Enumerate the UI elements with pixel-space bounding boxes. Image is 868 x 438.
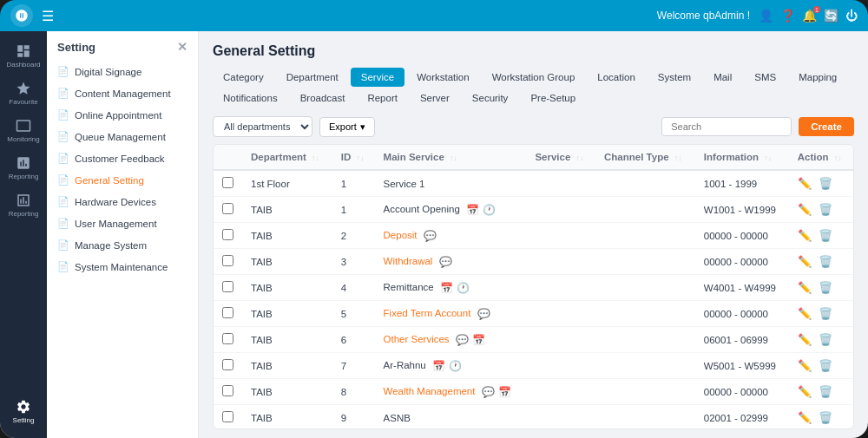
delete-icon[interactable]: 🗑️ [819, 255, 832, 268]
sidenav-dashboard[interactable]: Dashboard [4, 38, 43, 74]
tab-mapping[interactable]: Mapping [788, 68, 847, 87]
delete-icon[interactable]: 🗑️ [819, 333, 832, 346]
welcome-text: Welcome qbAdmin ! [657, 10, 750, 22]
sidenav-setting[interactable]: Setting [4, 394, 43, 429]
tab-sms[interactable]: SMS [744, 68, 786, 87]
tab-server[interactable]: Server [410, 88, 460, 108]
tab-notifications[interactable]: Notifications [213, 88, 288, 108]
power-icon[interactable]: ⏻ [845, 9, 858, 23]
sidenav-monitoring[interactable]: Monitoring [4, 113, 43, 148]
export-button[interactable]: Export ▾ [319, 117, 375, 137]
col-service[interactable]: Service ↑↓ [526, 145, 595, 170]
help-icon[interactable]: ❓ [780, 9, 795, 23]
sidebar-item-customer-feedback[interactable]: 📄 Customer Feedback [47, 147, 198, 169]
sidenav-favourite[interactable]: Favourite [4, 75, 43, 111]
sidebar-item-user-management[interactable]: 📄 User Management [47, 212, 198, 234]
edit-icon[interactable]: ✏️ [798, 281, 812, 294]
row-information: 02001 - 02999 [695, 405, 789, 430]
row-checkbox[interactable] [222, 177, 233, 188]
tab-system[interactable]: System [648, 68, 701, 87]
menu-icon[interactable]: ☰ [42, 8, 54, 24]
delete-icon[interactable]: 🗑️ [819, 203, 832, 216]
sidebar: Setting ✕ 📄 Digital Signage📄 Content Man… [47, 31, 199, 438]
row-checkbox[interactable] [222, 359, 233, 370]
row-checkbox[interactable] [222, 229, 233, 240]
create-button[interactable]: Create [799, 117, 854, 136]
row-dept: TAIB [242, 275, 332, 301]
col-information[interactable]: Information ↑↓ [695, 145, 789, 170]
delete-icon[interactable]: 🗑️ [819, 385, 832, 398]
row-service [526, 197, 595, 223]
edit-icon[interactable]: ✏️ [798, 255, 812, 268]
row-checkbox[interactable] [222, 255, 233, 266]
user-icon[interactable]: 👤 [759, 9, 773, 23]
tab-department[interactable]: Department [276, 68, 349, 87]
row-id: 7 [332, 353, 375, 379]
topbar-icons: 👤 ❓ 🔔1 🔄 ⏻ [759, 9, 858, 23]
delete-icon[interactable]: 🗑️ [819, 177, 832, 190]
sidebar-item-queue-management[interactable]: 📄 Queue Management [47, 126, 198, 147]
sidenav-reporting-old[interactable]: Reporting [4, 187, 43, 223]
row-service [526, 353, 595, 379]
col-channel-type[interactable]: Channel Type ↑↓ [595, 145, 695, 170]
tab-broadcast[interactable]: Broadcast [290, 88, 356, 108]
sidebar-item-label: Manage System [75, 240, 147, 251]
edit-icon[interactable]: ✏️ [798, 203, 812, 216]
edit-icon[interactable]: ✏️ [798, 385, 812, 398]
delete-icon[interactable]: 🗑️ [819, 229, 832, 242]
sidebar-item-hardware-devices[interactable]: 📄 Hardware Devices [47, 191, 198, 212]
sidebar-item-online-appointment[interactable]: 📄 Online Appointment [47, 104, 198, 126]
sidebar-item-digital-signage[interactable]: 📄 Digital Signage [47, 61, 198, 82]
tab-pre-setup[interactable]: Pre-Setup [520, 88, 586, 108]
edit-icon[interactable]: ✏️ [798, 307, 812, 320]
delete-icon[interactable]: 🗑️ [819, 281, 832, 294]
search-input[interactable] [661, 117, 792, 136]
row-main-service: ASNB [375, 405, 527, 430]
refresh-icon[interactable]: 🔄 [824, 9, 838, 23]
sidebar-item-content-management[interactable]: 📄 Content Management [47, 82, 198, 104]
sidenav-bottom: Setting [4, 394, 43, 438]
row-checkbox-cell [214, 379, 242, 405]
row-channel-type [595, 405, 695, 430]
row-checkbox-cell [214, 301, 242, 327]
edit-icon[interactable]: ✏️ [798, 333, 812, 346]
col-id[interactable]: ID ↑↓ [332, 145, 375, 170]
tab-service[interactable]: Service [351, 68, 404, 87]
row-checkbox[interactable] [222, 333, 233, 344]
tab-report[interactable]: Report [357, 88, 408, 108]
row-checkbox[interactable] [222, 385, 233, 396]
sidebar-item-manage-system[interactable]: 📄 Manage System [47, 234, 198, 256]
row-checkbox[interactable] [222, 307, 233, 318]
tab-mail[interactable]: Mail [703, 68, 742, 87]
row-dept: TAIB [242, 405, 332, 430]
edit-icon[interactable]: ✏️ [798, 359, 812, 372]
row-dept: TAIB [242, 327, 332, 353]
sidebar-close-icon[interactable]: ✕ [177, 40, 187, 54]
row-service [526, 301, 595, 327]
tab-category[interactable]: Category [213, 68, 274, 87]
row-dept: TAIB [242, 379, 332, 405]
row-service [526, 327, 595, 353]
delete-icon[interactable]: 🗑️ [819, 359, 832, 372]
tab-location[interactable]: Location [587, 68, 645, 87]
sidebar-item-general-setting[interactable]: 📄 General Setting [47, 169, 198, 191]
edit-icon[interactable]: ✏️ [798, 411, 812, 424]
row-checkbox[interactable] [222, 411, 233, 422]
edit-icon[interactable]: ✏️ [798, 177, 812, 190]
edit-icon[interactable]: ✏️ [798, 229, 812, 242]
sidenav-reporting[interactable]: Reporting [4, 150, 43, 186]
service-icons: 💬📅 [482, 386, 511, 398]
row-checkbox[interactable] [222, 281, 233, 292]
page-title: General Setting [213, 43, 854, 59]
tab-workstation[interactable]: Workstation [406, 68, 480, 87]
delete-icon[interactable]: 🗑️ [819, 411, 832, 424]
col-main-service[interactable]: Main Service ↑↓ [375, 145, 527, 170]
row-checkbox[interactable] [222, 203, 233, 214]
notification-icon[interactable]: 🔔1 [802, 9, 817, 23]
tab-security[interactable]: Security [462, 88, 519, 108]
sidebar-item-system-maintenance[interactable]: 📄 System Maintenance [47, 256, 198, 278]
tab-workstation-group[interactable]: Workstation Group [482, 68, 586, 87]
dept-select[interactable]: All departments [213, 116, 312, 137]
delete-icon[interactable]: 🗑️ [819, 307, 832, 320]
col-department[interactable]: Department ↑↓ [242, 145, 332, 170]
